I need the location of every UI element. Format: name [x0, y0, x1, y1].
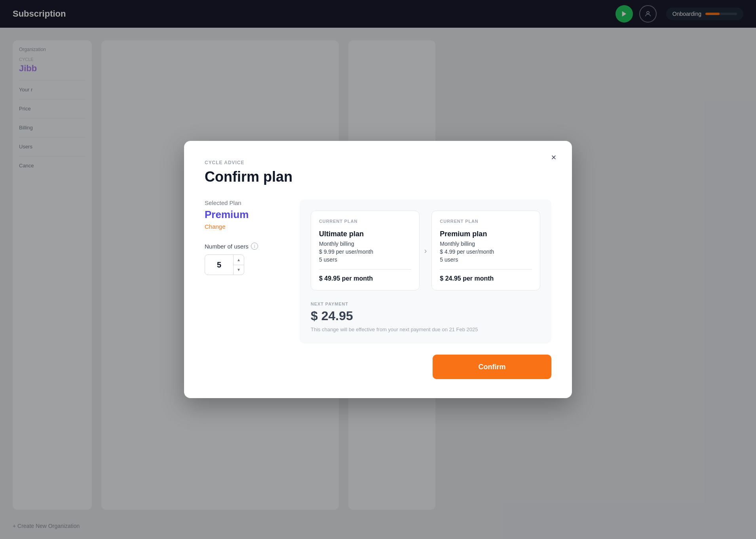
from-plan-billing: Monthly billing [319, 241, 411, 247]
to-plan-name: Premium plan [440, 230, 532, 238]
from-plan-price: $ 9.99 per user/month [319, 249, 411, 255]
users-label: Number of users i [205, 243, 284, 250]
to-plan-divider [440, 269, 532, 270]
left-panel: Selected Plan Premium Change Number of u… [205, 199, 284, 379]
modal-subtitle: CYCLE ADVICE [205, 160, 551, 165]
to-plan-users: 5 users [440, 256, 532, 263]
confirm-button[interactable]: Confirm [433, 355, 551, 379]
from-plan-current-label: CURRENT PLAN [319, 219, 411, 224]
from-plan-card: CURRENT PLAN Ultimate plan Monthly billi… [311, 211, 420, 290]
confirm-section: Confirm [300, 355, 551, 379]
arrow-right-icon: › [424, 246, 427, 255]
to-plan-billing: Monthly billing [440, 241, 532, 247]
stepper-value: 5 [205, 260, 233, 270]
from-plan-divider [319, 269, 411, 270]
next-payment-amount: $ 24.95 [311, 309, 540, 323]
from-plan-name: Ultimate plan [319, 230, 411, 238]
modal-title: Confirm plan [205, 169, 551, 185]
info-icon[interactable]: i [251, 243, 258, 250]
users-stepper[interactable]: 5 ▲ ▼ [205, 254, 244, 275]
to-plan-card: CURRENT PLAN Premium plan Monthly billin… [431, 211, 540, 290]
users-label-text: Number of users [205, 243, 249, 250]
next-payment-section: NEXT PAYMENT $ 24.95 This change will be… [311, 300, 540, 332]
from-plan-users: 5 users [319, 256, 411, 263]
to-plan-current-label: CURRENT PLAN [440, 219, 532, 224]
to-plan-price: $ 4.99 per user/month [440, 249, 532, 255]
stepper-up-button[interactable]: ▲ [234, 255, 244, 265]
plans-row: CURRENT PLAN Ultimate plan Monthly billi… [311, 211, 540, 290]
selected-plan-name: Premium [205, 209, 284, 221]
confirm-plan-modal: × CYCLE ADVICE Confirm plan Selected Pla… [184, 141, 572, 398]
to-plan-total: $ 24.95 per month [440, 275, 532, 282]
modal-body: Selected Plan Premium Change Number of u… [205, 199, 551, 379]
selected-plan-label: Selected Plan [205, 199, 284, 206]
plans-and-payment: CURRENT PLAN Ultimate plan Monthly billi… [300, 199, 551, 344]
stepper-controls: ▲ ▼ [233, 255, 244, 275]
from-plan-total: $ 49.95 per month [319, 275, 411, 282]
next-payment-label: NEXT PAYMENT [311, 300, 540, 306]
right-panel: CURRENT PLAN Ultimate plan Monthly billi… [300, 199, 551, 379]
next-payment-note: This change will be effective from your … [311, 326, 540, 332]
change-plan-link[interactable]: Change [205, 223, 226, 230]
stepper-down-button[interactable]: ▼ [234, 265, 244, 275]
modal-close-button[interactable]: × [547, 150, 561, 165]
modal-overlay: × CYCLE ADVICE Confirm plan Selected Pla… [0, 0, 756, 539]
